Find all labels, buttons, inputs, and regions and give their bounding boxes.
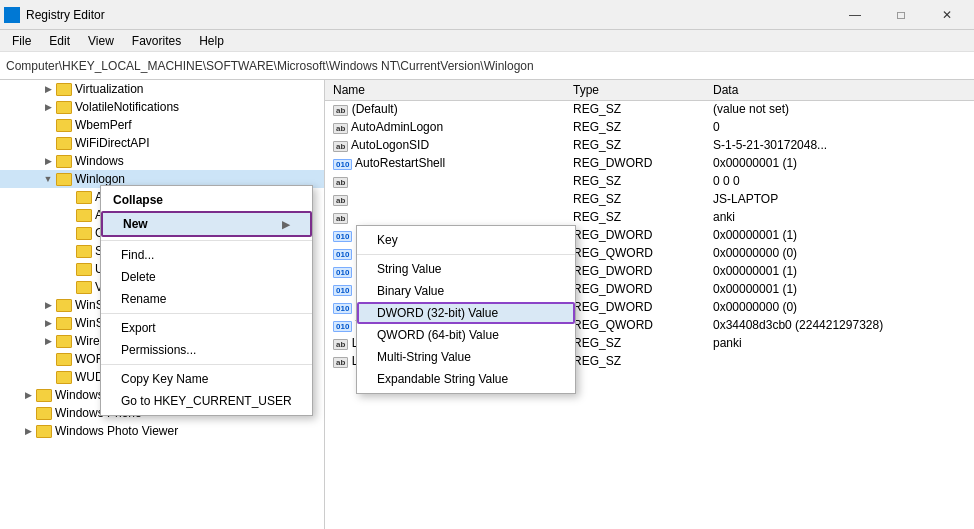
svg-rect-3 — [13, 16, 19, 22]
menu-edit[interactable]: Edit — [41, 31, 78, 51]
reg-type: REG_SZ — [565, 190, 705, 208]
reg-data: 0x00000001 (1) — [705, 154, 974, 172]
menu-view[interactable]: View — [80, 31, 122, 51]
tree-label: Virtualization — [75, 82, 143, 96]
window-title: Registry Editor — [26, 8, 105, 22]
context-menu-collapse[interactable]: Collapse — [101, 189, 312, 211]
col-header-data: Data — [705, 80, 974, 100]
svg-rect-0 — [5, 8, 11, 14]
reg-data — [705, 352, 974, 370]
folder-icon — [56, 83, 72, 96]
folder-icon — [76, 281, 92, 294]
context-menu-find[interactable]: Find... — [101, 244, 312, 266]
window-controls: — □ ✕ — [832, 0, 970, 30]
folder-icon — [56, 317, 72, 330]
reg-sz-icon: ab — [333, 339, 348, 350]
arrow-icon: ▶ — [282, 219, 290, 230]
reg-type: REG_DWORD — [565, 298, 705, 316]
reg-sz-icon: ab — [333, 123, 348, 134]
table-row[interactable]: ab AutoLogonSID REG_SZ S-1-5-21-30172048… — [325, 136, 974, 154]
submenu-dword-value[interactable]: DWORD (32-bit) Value — [357, 302, 575, 324]
submenu-qword-value[interactable]: QWORD (64-bit) Value — [357, 324, 575, 346]
tree-item-virtualization[interactable]: ▶ Virtualization — [0, 80, 324, 98]
folder-icon — [56, 173, 72, 186]
expand-arrow: ▶ — [40, 153, 56, 169]
folder-icon — [56, 299, 72, 312]
copy-key-label: Copy Key Name — [121, 372, 208, 386]
reg-data: (value not set) — [705, 100, 974, 118]
reg-type: REG_SZ — [565, 136, 705, 154]
table-row[interactable]: ab (Default) REG_SZ (value not set) — [325, 100, 974, 118]
reg-type: REG_SZ — [565, 352, 705, 370]
tree-label: WOF — [75, 352, 103, 366]
context-menu-permissions[interactable]: Permissions... — [101, 339, 312, 361]
menu-help[interactable]: Help — [191, 31, 232, 51]
reg-sz-icon: ab — [333, 177, 348, 188]
folder-icon — [56, 155, 72, 168]
menu-file[interactable]: File — [4, 31, 39, 51]
reg-type: REG_DWORD — [565, 154, 705, 172]
permissions-label: Permissions... — [121, 343, 196, 357]
table-row[interactable]: ab REG_SZ JS-LAPTOP — [325, 190, 974, 208]
address-path: Computer\HKEY_LOCAL_MACHINE\SOFTWARE\Mic… — [6, 59, 534, 73]
reg-data: 0x00000001 (1) — [705, 262, 974, 280]
folder-icon — [76, 263, 92, 276]
tree-item-windowsphotoviewer[interactable]: ▶ Windows Photo Viewer — [0, 422, 324, 440]
table-row[interactable]: 010 AutoRestartShell REG_DWORD 0x0000000… — [325, 154, 974, 172]
title-bar: Registry Editor — □ ✕ — [0, 0, 974, 30]
submenu-expandable-string-value[interactable]: Expandable String Value — [357, 368, 575, 390]
minimize-button[interactable]: — — [832, 0, 878, 30]
submenu-key[interactable]: Key — [357, 229, 575, 251]
tree-label: Winlogon — [75, 172, 125, 186]
col-header-name: Name — [325, 80, 565, 100]
table-row[interactable]: ab REG_SZ anki — [325, 208, 974, 226]
reg-data: 0x00000000 (0) — [705, 298, 974, 316]
find-label: Find... — [121, 248, 154, 262]
folder-icon — [56, 137, 72, 150]
table-row[interactable]: ab REG_SZ 0 0 0 — [325, 172, 974, 190]
folder-icon — [76, 227, 92, 240]
maximize-button[interactable]: □ — [878, 0, 924, 30]
svg-rect-1 — [13, 8, 19, 14]
reg-data: 0x00000001 (1) — [705, 226, 974, 244]
tree-item-wbemperf[interactable]: ▶ WbemPerf — [0, 116, 324, 134]
context-menu-delete[interactable]: Delete — [101, 266, 312, 288]
app-icon — [4, 7, 20, 23]
tree-label: VolatileNotifications — [75, 100, 179, 114]
reg-type: REG_QWORD — [565, 316, 705, 334]
context-menu-goto-hkcu[interactable]: Go to HKEY_CURRENT_USER — [101, 390, 312, 412]
reg-type: REG_SZ — [565, 334, 705, 352]
folder-icon — [36, 425, 52, 438]
submenu-binary-value[interactable]: Binary Value — [357, 280, 575, 302]
submenu-multistring-value[interactable]: Multi-String Value — [357, 346, 575, 368]
reg-type: REG_DWORD — [565, 262, 705, 280]
menu-favorites[interactable]: Favorites — [124, 31, 189, 51]
reg-name: AutoRestartShell — [355, 156, 445, 170]
close-button[interactable]: ✕ — [924, 0, 970, 30]
reg-name: (Default) — [352, 102, 398, 116]
tree-item-wifidirectapi[interactable]: ▶ WiFiDirectAPI — [0, 134, 324, 152]
reg-data: 0x00000001 (1) — [705, 280, 974, 298]
reg-data: anki — [705, 208, 974, 226]
tree-item-volatilenotifications[interactable]: ▶ VolatileNotifications — [0, 98, 324, 116]
svg-rect-2 — [5, 16, 11, 22]
reg-sz-icon: ab — [333, 213, 348, 224]
context-menu-export[interactable]: Export — [101, 317, 312, 339]
context-menu-copy-key[interactable]: Copy Key Name — [101, 368, 312, 390]
reg-dword-icon: 010 — [333, 303, 352, 314]
context-menu-new[interactable]: New ▶ — [101, 211, 312, 237]
reg-type: REG_QWORD — [565, 244, 705, 262]
context-menu-rename[interactable]: Rename — [101, 288, 312, 310]
reg-name: AutoLogonSID — [351, 138, 429, 152]
reg-dword-icon: 010 — [333, 159, 352, 170]
expand-arrow: ▶ — [20, 423, 36, 439]
submenu-string-value[interactable]: String Value — [357, 258, 575, 280]
reg-type: REG_SZ — [565, 172, 705, 190]
context-menu: Collapse New ▶ Find... Delete Rename Exp… — [100, 185, 313, 416]
reg-dword-icon: 010 — [333, 285, 352, 296]
main-content: ▶ Virtualization ▶ VolatileNotifications… — [0, 80, 974, 529]
tree-label: Windows — [75, 154, 124, 168]
table-row[interactable]: ab AutoAdminLogon REG_SZ 0 — [325, 118, 974, 136]
reg-type: REG_SZ — [565, 208, 705, 226]
tree-item-windows[interactable]: ▶ Windows — [0, 152, 324, 170]
